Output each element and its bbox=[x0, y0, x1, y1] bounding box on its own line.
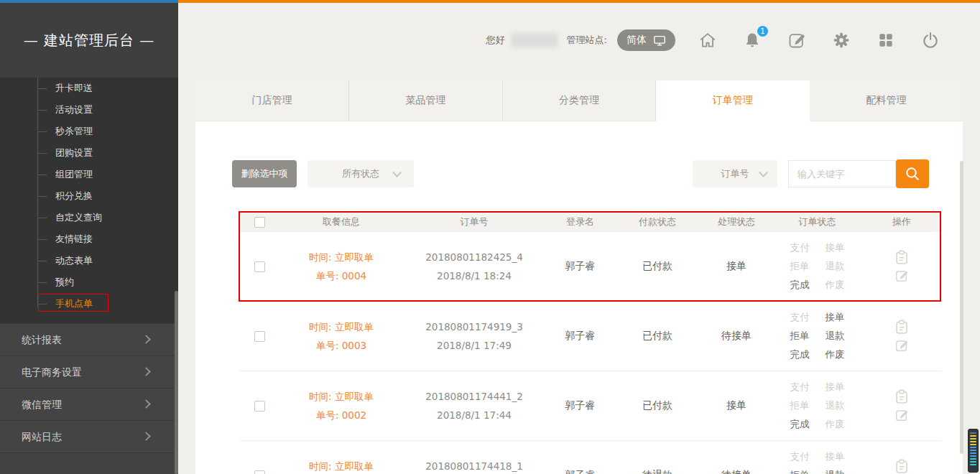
order-action-link[interactable]: 接单 bbox=[826, 311, 845, 324]
order-number: 20180801174418_1 bbox=[402, 457, 546, 474]
tab[interactable]: 配料管理 bbox=[810, 80, 963, 121]
sidebar-submenu-item[interactable]: 自定义查询 bbox=[0, 207, 178, 228]
sidebar-submenu-item[interactable]: 秒杀管理 bbox=[0, 121, 178, 142]
order-status-actions: 支付接单拒单退款完成作废 bbox=[790, 241, 845, 292]
sidebar-item-label: 秒杀管理 bbox=[55, 126, 93, 136]
sidebar-group-item[interactable]: 网站日志 bbox=[0, 421, 178, 453]
sidebar-submenu-item[interactable]: 动态表单 bbox=[0, 250, 178, 271]
page-scrollbar-thumb[interactable] bbox=[960, 161, 963, 454]
chevron-right-icon bbox=[142, 335, 151, 344]
edit-order-icon[interactable] bbox=[895, 408, 909, 422]
order-action-link[interactable]: 退款 bbox=[826, 330, 845, 343]
order-status-actions: 支付接单拒单退款完成作废 bbox=[790, 381, 845, 431]
tab-active[interactable]: 订单管理 bbox=[656, 80, 810, 121]
order-action-link[interactable]: 完成 bbox=[790, 348, 810, 361]
row-operations bbox=[895, 389, 909, 422]
order-action-link[interactable]: 完成 bbox=[790, 279, 810, 292]
clipboard-detail-icon[interactable] bbox=[895, 250, 909, 265]
sidebar-submenu-item[interactable]: 活动设置 bbox=[0, 99, 178, 121]
order-action-link[interactable]: 退款 bbox=[826, 469, 845, 474]
order-action-link: 拒单 bbox=[790, 260, 810, 273]
home-icon[interactable] bbox=[698, 31, 717, 50]
order-action-link[interactable]: 拒单 bbox=[790, 469, 810, 474]
sidebar-group-item[interactable]: 微信管理 bbox=[0, 389, 178, 421]
sidebar-submenu-item[interactable]: 预约 bbox=[0, 271, 178, 293]
order-number: 20180801174919_3 bbox=[402, 317, 546, 336]
floating-side-widget[interactable] bbox=[968, 429, 979, 473]
tab-bar: 门店管理菜品管理分类管理订单管理配料管理 bbox=[195, 80, 963, 121]
app-title: — 建站管理后台 — bbox=[0, 3, 178, 78]
order-action-link: 接单 bbox=[826, 241, 845, 254]
sidebar-item-active[interactable]: 手机点单 bbox=[0, 293, 178, 315]
order-number: 20180801174441_2 bbox=[402, 387, 546, 406]
column-header: 操作 bbox=[892, 216, 911, 227]
power-icon[interactable] bbox=[921, 31, 940, 50]
sidebar-item-label: 组团管理 bbox=[55, 169, 93, 180]
column-header: 登录名 bbox=[566, 216, 594, 227]
login-name: 郭子睿 bbox=[565, 330, 596, 341]
edit-order-icon[interactable] bbox=[895, 269, 909, 283]
order-action-link: 退款 bbox=[826, 399, 845, 412]
search-icon bbox=[904, 165, 921, 182]
chevron-right-icon bbox=[142, 399, 151, 409]
main-area: 您好 管理站点: 简体 1 bbox=[178, 0, 980, 474]
chevron-down-icon bbox=[392, 168, 402, 177]
tab[interactable]: 分类管理 bbox=[503, 80, 657, 121]
chevron-right-icon bbox=[142, 432, 151, 441]
order-action-link[interactable]: 作废 bbox=[826, 348, 845, 361]
notifications-bell-icon[interactable]: 1 bbox=[743, 31, 762, 50]
clipboard-detail-icon[interactable] bbox=[895, 459, 909, 474]
row-checkbox[interactable] bbox=[254, 331, 265, 342]
sidebar-submenu-item[interactable]: 升卡即送 bbox=[0, 78, 178, 99]
clipboard-detail-icon[interactable] bbox=[895, 320, 909, 335]
sidebar-group-item[interactable]: 电子商务设置 bbox=[0, 356, 178, 389]
order-action-link: 作废 bbox=[826, 418, 845, 431]
sidebar-group-label: 电子商务设置 bbox=[22, 366, 82, 378]
row-checkbox[interactable] bbox=[254, 261, 265, 272]
order-date: 2018/8/1 17:44 bbox=[402, 406, 546, 424]
edit-icon[interactable] bbox=[787, 31, 806, 50]
select-all-checkbox[interactable] bbox=[254, 217, 265, 228]
sidebar-group-item[interactable]: 统计报表 bbox=[0, 324, 178, 356]
search-field-select[interactable]: 订单号 bbox=[693, 160, 777, 187]
order-status-actions: 支付接单拒单退款完成作废 bbox=[790, 311, 845, 361]
search-button[interactable] bbox=[896, 159, 929, 188]
delete-selected-button[interactable]: 删除选中项 bbox=[232, 160, 297, 187]
sidebar-item-label: 手机点单 bbox=[55, 298, 93, 309]
topbar: 您好 管理站点: 简体 1 bbox=[178, 20, 980, 60]
process-status: 接单 bbox=[726, 399, 746, 411]
row-checkbox[interactable] bbox=[254, 470, 265, 474]
status-filter-select[interactable]: 所有状态 bbox=[308, 160, 414, 187]
clipboard-detail-icon[interactable] bbox=[895, 389, 909, 404]
row-operations bbox=[895, 459, 909, 474]
chevron-right-icon bbox=[142, 367, 151, 376]
sidebar-submenu-item[interactable]: 团购设置 bbox=[0, 142, 178, 164]
order-action-link: 拒单 bbox=[790, 399, 810, 412]
greeting-text: 您好 bbox=[486, 34, 505, 47]
order-action-link[interactable]: 完成 bbox=[790, 418, 810, 431]
monitor-icon bbox=[653, 34, 666, 47]
row-checkbox[interactable] bbox=[254, 401, 265, 412]
status-filter-value: 所有状态 bbox=[342, 167, 379, 180]
sidebar-submenu-item[interactable]: 组团管理 bbox=[0, 164, 178, 185]
apps-grid-icon[interactable] bbox=[877, 31, 895, 50]
process-status: 接单 bbox=[726, 260, 746, 271]
search-input[interactable] bbox=[788, 160, 896, 187]
tab-label: 分类管理 bbox=[559, 94, 599, 107]
sidebar-submenu-item[interactable]: 积分兑换 bbox=[0, 185, 178, 207]
sidebar-scrollbar-thumb[interactable] bbox=[175, 291, 178, 474]
sidebar-item-label: 预约 bbox=[55, 276, 74, 287]
language-site-button[interactable]: 简体 bbox=[617, 29, 675, 51]
language-label: 简体 bbox=[627, 34, 647, 47]
notification-badge: 1 bbox=[757, 26, 768, 37]
settings-gear-icon[interactable] bbox=[832, 31, 851, 50]
order-action-link[interactable]: 拒单 bbox=[790, 330, 810, 343]
order-date: 2018/8/1 18:24 bbox=[402, 266, 546, 285]
sidebar-submenu-item[interactable]: 友情链接 bbox=[0, 228, 178, 250]
tab[interactable]: 门店管理 bbox=[195, 80, 349, 121]
edit-order-icon[interactable] bbox=[895, 338, 909, 353]
tab[interactable]: 菜品管理 bbox=[349, 80, 503, 121]
order-action-link: 作废 bbox=[826, 279, 845, 292]
pickup-time: 时间: 立即取单 bbox=[280, 387, 402, 406]
pickup-time: 时间: 立即取单 bbox=[280, 317, 402, 336]
